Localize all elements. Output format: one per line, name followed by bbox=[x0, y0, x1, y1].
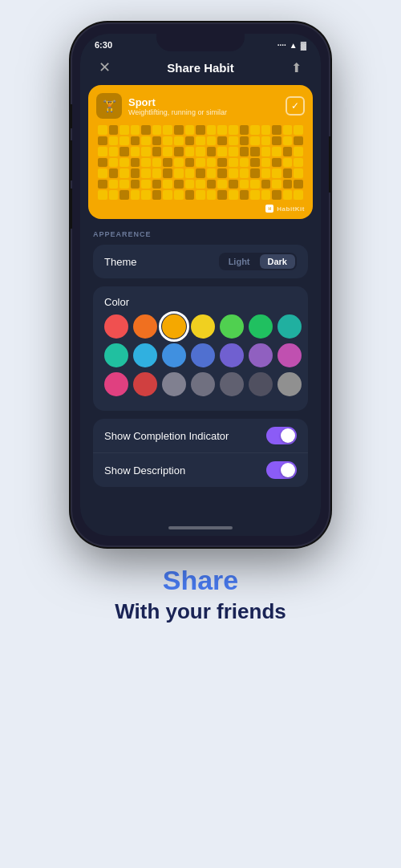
dot bbox=[196, 125, 205, 135]
dot bbox=[185, 190, 195, 200]
dot bbox=[131, 190, 140, 200]
dot bbox=[131, 158, 140, 168]
dot bbox=[261, 190, 271, 200]
close-button[interactable]: ✕ bbox=[93, 56, 115, 79]
color-swatch[interactable] bbox=[191, 343, 215, 367]
color-swatch[interactable] bbox=[220, 314, 244, 339]
color-swatch[interactable] bbox=[104, 343, 128, 367]
dot bbox=[250, 180, 260, 189]
dot bbox=[229, 147, 238, 156]
color-swatch[interactable] bbox=[162, 343, 186, 367]
dot bbox=[261, 180, 271, 189]
share-title: Share bbox=[115, 565, 286, 596]
show-description-toggle[interactable] bbox=[266, 461, 297, 479]
dot bbox=[272, 190, 282, 200]
settings-card-theme: Theme Light Dark bbox=[93, 245, 308, 278]
color-swatch[interactable] bbox=[104, 372, 128, 396]
dot bbox=[272, 158, 282, 168]
dot bbox=[272, 147, 282, 156]
dot bbox=[185, 168, 195, 178]
share-button[interactable]: ⬆ bbox=[286, 56, 308, 79]
dot bbox=[229, 158, 238, 168]
dot bbox=[196, 158, 205, 168]
color-swatch[interactable] bbox=[249, 314, 273, 339]
habit-emoji: 🏋 bbox=[103, 99, 116, 112]
side-button-left2 bbox=[69, 140, 72, 180]
completion-indicator-toggle[interactable] bbox=[266, 427, 297, 444]
color-swatch[interactable] bbox=[133, 343, 157, 367]
side-button-right bbox=[329, 136, 332, 193]
dot bbox=[294, 190, 303, 200]
color-grid bbox=[93, 314, 308, 396]
dot bbox=[152, 190, 162, 200]
dot bbox=[109, 158, 119, 168]
color-swatch[interactable] bbox=[162, 314, 186, 339]
habitkit-logo: H bbox=[265, 205, 273, 213]
header: ✕ Share Habit ⬆ bbox=[80, 51, 321, 85]
dot bbox=[109, 136, 119, 146]
phone-wrapper: 6:30 ···· ▲ ▓ ✕ Share Habit ⬆ bbox=[72, 24, 329, 546]
color-swatch[interactable] bbox=[277, 343, 302, 367]
dot bbox=[294, 147, 303, 156]
dot bbox=[294, 125, 303, 135]
dot bbox=[141, 147, 151, 156]
color-swatch[interactable] bbox=[104, 314, 128, 339]
dot bbox=[250, 125, 260, 135]
battery-icon: ▓ bbox=[301, 41, 306, 50]
theme-dark-btn[interactable]: Dark bbox=[260, 254, 295, 269]
dot bbox=[240, 136, 249, 146]
dot bbox=[98, 180, 107, 189]
theme-light-btn[interactable]: Light bbox=[221, 254, 258, 269]
dot bbox=[152, 147, 162, 156]
habitkit-label: HabitKit bbox=[277, 205, 305, 213]
dot bbox=[240, 168, 249, 178]
dot bbox=[283, 147, 293, 156]
dot bbox=[196, 147, 205, 156]
dot bbox=[174, 125, 184, 135]
dot bbox=[98, 136, 107, 146]
color-label: Color bbox=[93, 288, 308, 308]
color-swatch[interactable] bbox=[191, 372, 215, 396]
dot bbox=[217, 168, 227, 178]
dot bbox=[109, 147, 119, 156]
dot bbox=[272, 180, 282, 189]
dot bbox=[229, 125, 238, 135]
color-swatch[interactable] bbox=[191, 314, 215, 339]
dot bbox=[174, 147, 184, 156]
color-swatch[interactable] bbox=[133, 314, 157, 339]
dot bbox=[174, 158, 184, 168]
dot bbox=[109, 125, 119, 135]
color-swatch[interactable] bbox=[249, 372, 273, 396]
dot bbox=[98, 125, 107, 135]
dot bbox=[196, 136, 205, 146]
habit-header: 🏋 Sport Weightlifting, running or simila… bbox=[96, 93, 305, 119]
bottom-text: Share With your friends bbox=[115, 565, 286, 640]
dot bbox=[207, 180, 217, 189]
settings-card-toggles: Show Completion Indicator Show Descripti… bbox=[93, 419, 308, 487]
home-bar bbox=[168, 526, 233, 529]
dot bbox=[261, 136, 271, 146]
color-swatch[interactable] bbox=[277, 314, 302, 339]
home-indicator bbox=[80, 520, 321, 536]
dot bbox=[185, 158, 195, 168]
dot bbox=[185, 125, 195, 135]
dot bbox=[207, 190, 217, 200]
color-swatch[interactable] bbox=[162, 372, 186, 396]
dot bbox=[207, 136, 217, 146]
dot bbox=[174, 168, 184, 178]
close-icon: ✕ bbox=[99, 59, 111, 76]
color-swatch[interactable] bbox=[220, 343, 244, 367]
color-swatch[interactable] bbox=[220, 372, 244, 396]
dot bbox=[119, 180, 129, 189]
color-swatch[interactable] bbox=[277, 372, 302, 396]
theme-toggle[interactable]: Light Dark bbox=[219, 253, 297, 270]
dot bbox=[131, 147, 140, 156]
dot bbox=[240, 125, 249, 135]
color-swatch[interactable] bbox=[249, 343, 273, 367]
dot bbox=[207, 147, 217, 156]
dot bbox=[272, 125, 282, 135]
dot bbox=[109, 168, 119, 178]
dot bbox=[229, 190, 238, 200]
color-swatch[interactable] bbox=[133, 372, 157, 396]
color-section: Color bbox=[93, 286, 308, 411]
